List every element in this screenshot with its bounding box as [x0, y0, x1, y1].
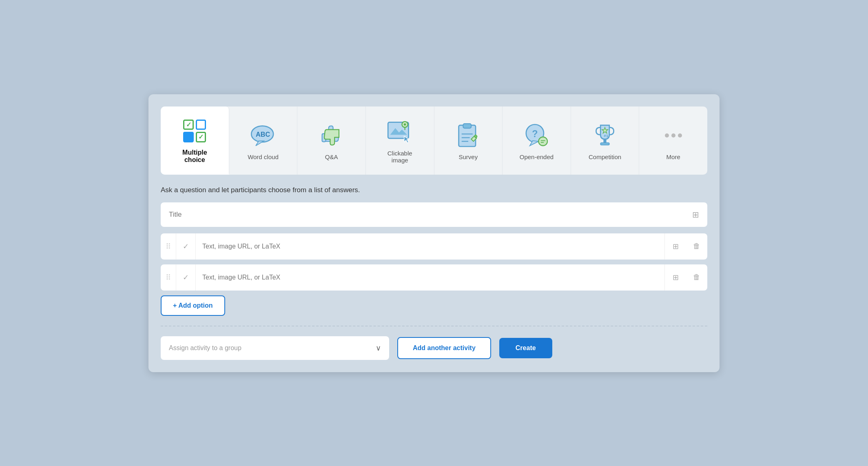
title-input[interactable] — [169, 211, 692, 219]
option-input-2[interactable] — [196, 264, 664, 291]
activity-type-selector: ✓ ✓ Multiple choice ABC Word cloud — [161, 107, 707, 175]
svg-text:?: ? — [532, 128, 538, 139]
open-ended-label: Open-ended — [520, 153, 554, 160]
add-another-activity-button[interactable]: Add another activity — [397, 337, 491, 359]
svg-point-16 — [539, 137, 548, 146]
option-image-btn-1[interactable]: ⊞ — [665, 233, 686, 260]
activity-type-clickable-image[interactable]: Clickableimage — [366, 107, 434, 175]
title-image-icon[interactable]: ⊞ — [692, 210, 699, 220]
word-cloud-label: Word cloud — [248, 153, 279, 160]
assign-group-select[interactable]: Assign activity to a group ∨ — [161, 336, 389, 360]
svg-rect-20 — [600, 143, 609, 145]
multiple-choice-icon: ✓ ✓ — [180, 116, 209, 146]
chevron-down-icon: ∨ — [376, 344, 381, 353]
activity-type-word-cloud[interactable]: ABC Word cloud — [229, 107, 298, 175]
bottom-bar: Assign activity to a group ∨ Add another… — [161, 336, 707, 360]
activity-type-open-ended[interactable]: ? Open-ended — [503, 107, 571, 175]
option-actions-2: ⊞ 🗑 — [664, 264, 707, 291]
option-row: ⠿ ✓ ⊞ 🗑 — [161, 264, 707, 291]
check-2[interactable]: ✓ — [176, 264, 196, 291]
option-input-1[interactable] — [196, 233, 664, 260]
option-delete-btn-1[interactable]: 🗑 — [686, 233, 707, 260]
svg-rect-19 — [603, 139, 606, 143]
survey-label: Survey — [458, 153, 478, 160]
option-row: ⠿ ✓ ⊞ 🗑 — [161, 233, 707, 260]
multiple-choice-label: Multiple choice — [172, 149, 217, 164]
svg-text:ABC: ABC — [256, 130, 270, 138]
svg-text:#1: #1 — [604, 133, 608, 138]
title-input-wrap: ⊞ — [161, 202, 707, 227]
activity-type-survey[interactable]: Survey — [434, 107, 503, 175]
option-actions-1: ⊞ 🗑 — [664, 233, 707, 260]
main-card: ✓ ✓ Multiple choice ABC Word cloud — [148, 94, 720, 372]
svg-marker-1 — [256, 141, 264, 146]
qa-label: Q&A — [325, 153, 338, 160]
drag-handle-2[interactable]: ⠿ — [161, 264, 176, 291]
assign-group-label: Assign activity to a group — [169, 344, 241, 352]
competition-icon: #1 — [590, 121, 620, 150]
qa-icon — [317, 121, 346, 150]
create-button[interactable]: Create — [499, 338, 552, 358]
activity-type-more[interactable]: More — [639, 107, 707, 175]
add-option-button[interactable]: + Add option — [161, 295, 225, 316]
option-image-btn-2[interactable]: ⊞ — [665, 264, 686, 291]
activity-type-qa[interactable]: Q&A — [297, 107, 366, 175]
clickable-image-label: Clickableimage — [388, 150, 412, 164]
option-delete-btn-2[interactable]: 🗑 — [686, 264, 707, 291]
activity-type-multiple-choice[interactable]: ✓ ✓ Multiple choice — [161, 107, 229, 175]
svg-rect-9 — [463, 124, 471, 128]
word-cloud-icon: ABC — [248, 121, 278, 150]
drag-handle-1[interactable]: ⠿ — [161, 233, 176, 260]
check-1[interactable]: ✓ — [176, 233, 196, 260]
competition-label: Competition — [589, 153, 621, 160]
survey-icon — [454, 121, 483, 150]
form-description: Ask a question and let participants choo… — [161, 186, 707, 194]
clickable-image-icon — [385, 117, 414, 146]
svg-point-6 — [404, 123, 406, 125]
section-divider — [161, 326, 707, 326]
more-label: More — [666, 153, 680, 160]
open-ended-icon: ? — [522, 121, 551, 150]
more-icon — [659, 121, 688, 150]
options-list: ⠿ ✓ ⊞ 🗑 ⠿ ✓ ⊞ 🗑 — [161, 233, 707, 291]
activity-type-competition[interactable]: #1 Competition — [571, 107, 640, 175]
